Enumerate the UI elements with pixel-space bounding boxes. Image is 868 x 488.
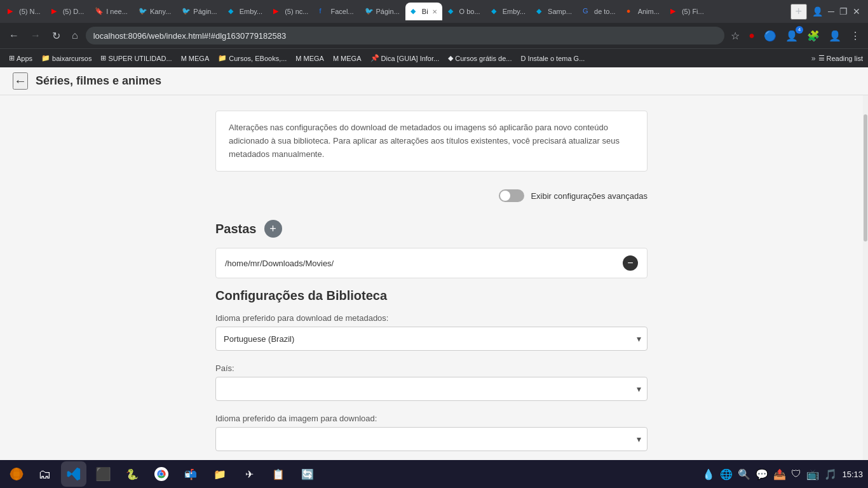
bookmarks-more-icon[interactable]: » bbox=[811, 54, 816, 63]
minimize-button[interactable]: ─ bbox=[828, 6, 834, 17]
tab-10[interactable]: ◆ Bi ✕ bbox=[405, 3, 442, 20]
droplet-icon[interactable]: 💧 bbox=[702, 468, 715, 480]
upload-icon[interactable]: 📤 bbox=[773, 468, 786, 480]
taskbar-pycharm-icon[interactable]: 🐍 bbox=[119, 461, 145, 487]
bookmark-icon: M bbox=[333, 55, 339, 62]
tab-7[interactable]: ▶ (5) nc... bbox=[268, 3, 313, 20]
taskbar-files2-icon[interactable]: 📁 bbox=[207, 461, 233, 487]
tab-12[interactable]: ◆ Emby... bbox=[486, 3, 531, 20]
scrollbar-thumb[interactable] bbox=[864, 114, 867, 241]
tab-favicon: ◆ bbox=[448, 7, 457, 16]
taskbar-clipboard-icon[interactable]: 📋 bbox=[266, 461, 291, 487]
forward-button[interactable]: → bbox=[27, 29, 44, 43]
img-lang-select-wrapper: ▾ bbox=[215, 427, 648, 451]
bookmark-item[interactable]: 📌Dica [GUIA] Infor... bbox=[367, 53, 444, 64]
close-button[interactable]: ✕ bbox=[853, 6, 860, 17]
tab-2[interactable]: ▶ (5) D... bbox=[46, 3, 90, 20]
bookmark-label: SUPER UTILIDAD... bbox=[108, 55, 172, 62]
tab-1[interactable]: ▶ (5) N... bbox=[3, 3, 46, 20]
bookmark-label: MEGA bbox=[341, 55, 361, 62]
tab-favicon: ▶ bbox=[8, 7, 17, 16]
tab-close-icon[interactable]: ✕ bbox=[432, 8, 437, 15]
bookmark-label: Instale o tema G... bbox=[527, 55, 585, 62]
display-icon[interactable]: 📺 bbox=[806, 468, 819, 480]
new-tab-button[interactable]: + bbox=[790, 4, 808, 20]
tab-favicon: ◆ bbox=[491, 7, 500, 16]
network-icon[interactable]: 🌐 bbox=[720, 468, 733, 480]
bookmark-icon: ⊞ bbox=[100, 54, 106, 62]
search-taskbar-icon[interactable]: 🔍 bbox=[738, 468, 750, 480]
tab-6[interactable]: ◆ Emby... bbox=[223, 3, 268, 20]
emby-ext-icon[interactable]: ● bbox=[746, 29, 757, 43]
bookmark-label: Dica [GUIA] Infor... bbox=[381, 55, 440, 62]
lang-select[interactable]: Portuguese (Brazil) bbox=[215, 327, 648, 351]
back-navigation-button[interactable]: ← bbox=[13, 72, 28, 90]
bookmark-item[interactable]: ⊞Apps bbox=[5, 53, 36, 64]
tab-4[interactable]: 🐦 Kany... bbox=[133, 3, 176, 20]
tab-favicon: ● bbox=[627, 7, 635, 16]
tab-title: Anim... bbox=[638, 8, 660, 15]
chat-icon[interactable]: 💬 bbox=[756, 468, 768, 480]
shield-icon[interactable]: 🛡 bbox=[791, 468, 801, 480]
tab-9[interactable]: 🐦 Págin... bbox=[360, 3, 405, 20]
taskbar-start-icon[interactable] bbox=[5, 463, 28, 485]
tab-15[interactable]: ● Anim... bbox=[621, 3, 665, 20]
page-header: ← Séries, filmes e animes bbox=[0, 67, 868, 95]
menu-icon[interactable]: ⋮ bbox=[848, 29, 863, 43]
tab-title: Facel... bbox=[330, 8, 353, 15]
taskbar-files-icon[interactable]: 🗂 bbox=[32, 461, 57, 487]
tab-11[interactable]: ◆ O bo... bbox=[443, 3, 485, 20]
bookmark-item[interactable]: ◆Cursos grátis de... bbox=[444, 53, 515, 64]
add-folder-button[interactable]: + bbox=[264, 220, 282, 238]
bookmark-item[interactable]: ⊞SUPER UTILIDAD... bbox=[97, 53, 175, 64]
img-lang-select[interactable] bbox=[215, 427, 648, 451]
reload-button[interactable]: ↻ bbox=[48, 29, 64, 43]
remove-folder-button[interactable]: − bbox=[623, 255, 638, 271]
maximize-button[interactable]: ❐ bbox=[839, 6, 848, 17]
taskbar-thunderbird-icon[interactable]: 📬 bbox=[178, 461, 203, 487]
advanced-settings-toggle[interactable] bbox=[499, 189, 524, 202]
bookmark-label: Cursos, EBooks,... bbox=[229, 55, 287, 62]
bookmark-item[interactable]: DInstale o tema G... bbox=[517, 53, 588, 64]
tab-3[interactable]: 🔖 I nee... bbox=[90, 3, 133, 20]
country-select[interactable] bbox=[215, 377, 648, 401]
tab-title: (5) nc... bbox=[285, 8, 308, 15]
reading-list-button[interactable]: ☰ Reading list bbox=[818, 54, 863, 62]
country-field-label: País: bbox=[215, 363, 648, 373]
scrollbar-track[interactable] bbox=[863, 95, 868, 460]
country-select-wrapper: ▾ bbox=[215, 377, 648, 401]
tab-8[interactable]: f Facel... bbox=[314, 3, 358, 20]
ext-icon-2[interactable]: 🔵 bbox=[761, 29, 779, 43]
tab-13[interactable]: ◆ Samp... bbox=[531, 3, 577, 20]
home-button[interactable]: ⌂ bbox=[68, 29, 82, 43]
tab-favicon: ▶ bbox=[670, 7, 679, 16]
bookmark-item[interactable]: MMEGA bbox=[329, 53, 365, 64]
taskbar-chrome-icon[interactable] bbox=[149, 461, 174, 487]
address-input[interactable] bbox=[86, 27, 725, 44]
tab-14[interactable]: G de to... bbox=[578, 3, 621, 20]
tab-5[interactable]: 🐦 Págin... bbox=[177, 3, 222, 20]
bookmark-item[interactable]: MMEGA bbox=[177, 53, 214, 64]
svg-point-5 bbox=[159, 472, 163, 475]
taskbar-sync-icon[interactable]: 🔄 bbox=[295, 461, 320, 487]
bookmark-icon: 📁 bbox=[41, 54, 50, 62]
tab-favicon: G bbox=[583, 7, 592, 16]
back-button[interactable]: ← bbox=[5, 29, 23, 43]
tab-16[interactable]: ▶ (5) Fi... bbox=[665, 3, 709, 20]
bookmark-star-icon[interactable]: ☆ bbox=[728, 29, 742, 43]
music-icon[interactable]: 🎵 bbox=[824, 468, 837, 480]
library-settings-section: Configurações da Biblioteca Idioma prefe… bbox=[215, 288, 648, 451]
extensions-icon[interactable]: 🧩 bbox=[804, 29, 822, 43]
profiles-icon[interactable]: 👤4 bbox=[783, 29, 801, 43]
bookmark-icon: D bbox=[520, 55, 526, 62]
taskbar-telegram-icon[interactable]: ✈ bbox=[236, 461, 262, 487]
bookmark-item[interactable]: 📁baixarcursos bbox=[37, 53, 95, 64]
taskbar: 🗂 ⬛ 🐍 📬 📁 ✈ 📋 🔄 💧 🌐 🔍 💬 📤 🛡 📺 bbox=[0, 460, 868, 488]
bookmark-item[interactable]: 📁Cursos, EBooks,... bbox=[214, 53, 290, 64]
taskbar-terminal-icon[interactable]: ⬛ bbox=[90, 461, 116, 487]
taskbar-vscode-icon[interactable] bbox=[61, 461, 86, 487]
bookmark-item[interactable]: MMEGA bbox=[292, 53, 328, 64]
account-icon[interactable]: 👤 bbox=[826, 29, 844, 43]
profile-icon[interactable]: 👤 bbox=[812, 6, 823, 17]
svg-point-1 bbox=[13, 468, 20, 480]
